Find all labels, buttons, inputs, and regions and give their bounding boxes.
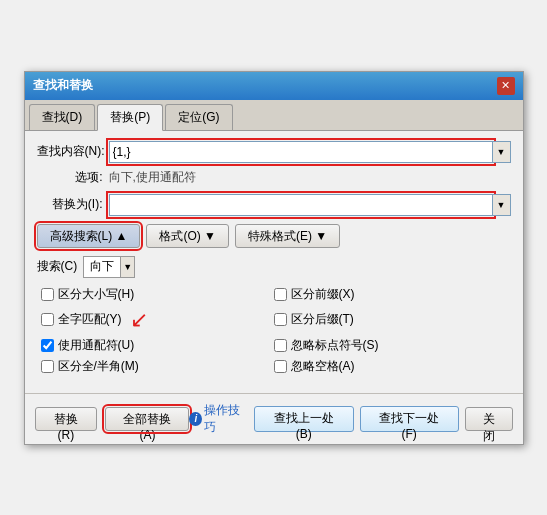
- search-label: 搜索(C): [37, 258, 78, 275]
- replace-button[interactable]: 替换(R): [35, 407, 98, 431]
- checkbox-case-input[interactable]: [41, 288, 54, 301]
- checkbox-prefix-input[interactable]: [274, 288, 287, 301]
- find-prev-button[interactable]: 查找上一处(B): [254, 406, 354, 432]
- options-row: 选项: 向下,使用通配符: [37, 169, 511, 186]
- format-button[interactable]: 格式(O) ▼: [146, 224, 229, 248]
- tips-link-text: 操作技巧: [204, 402, 248, 436]
- checkbox-suffix-label: 区分后缀(T): [291, 311, 354, 328]
- close-icon[interactable]: ✕: [497, 77, 515, 95]
- checkbox-wildcard-input[interactable]: [41, 339, 54, 352]
- special-format-button[interactable]: 特殊格式(E) ▼: [235, 224, 340, 248]
- checkbox-prefix-label: 区分前缀(X): [291, 286, 355, 303]
- checkbox-fullword-input[interactable]: [41, 313, 54, 326]
- checkbox-fullword-label: 全字匹配(Y): [58, 311, 122, 328]
- find-input-wrap: ▼: [109, 141, 511, 163]
- checkbox-suffix-input[interactable]: [274, 313, 287, 326]
- replace-label: 替换为(I):: [37, 196, 109, 213]
- close-dialog-button[interactable]: 关闭: [465, 407, 513, 431]
- replace-input-wrap: ▼: [109, 194, 511, 216]
- red-arrow-icon: ↙: [130, 307, 148, 333]
- tab-goto[interactable]: 定位(G): [165, 104, 232, 130]
- info-icon: i: [189, 412, 202, 426]
- advanced-search-button[interactable]: 高级搜索(L) ▲: [37, 224, 141, 248]
- checkbox-space-label: 忽略空格(A): [291, 358, 355, 375]
- find-dropdown-arrow[interactable]: ▼: [493, 141, 511, 163]
- checkbox-fullhalf: 区分全/半角(M): [41, 358, 274, 375]
- checkbox-case: 区分大小写(H): [41, 286, 274, 303]
- search-direction-arrow[interactable]: ▼: [120, 257, 134, 277]
- options-text: 向下,使用通配符: [109, 169, 196, 186]
- options-checkboxes: 区分大小写(H) 区分前缀(X) 全字匹配(Y) ↙ 区分后缀(T) 使用通配符…: [37, 286, 511, 375]
- find-next-button[interactable]: 查找下一处(F): [360, 406, 459, 432]
- dialog-title: 查找和替换: [33, 77, 93, 94]
- replace-all-button[interactable]: 全部替换(A): [105, 407, 189, 431]
- tab-find[interactable]: 查找(D): [29, 104, 96, 130]
- search-direction-dropdown[interactable]: 向下 ▼: [83, 256, 135, 278]
- checkbox-suffix: 区分后缀(T): [274, 307, 507, 333]
- bottom-right: i 操作技巧 查找上一处(B) 查找下一处(F) 关闭: [189, 402, 512, 436]
- replace-input[interactable]: [109, 194, 493, 216]
- tips-link[interactable]: i 操作技巧: [189, 402, 248, 436]
- checkbox-wildcard-label: 使用通配符(U): [58, 337, 135, 354]
- bottom-left: 替换(R) 全部替换(A): [35, 407, 190, 431]
- search-direction-row: 搜索(C) 向下 ▼: [37, 256, 511, 278]
- checkbox-space-input[interactable]: [274, 360, 287, 373]
- bottom-section: 替换(R) 全部替换(A) i 操作技巧 查找上一处(B) 查找下一处(F) 关…: [25, 393, 523, 444]
- tab-bar: 查找(D) 替换(P) 定位(G): [25, 100, 523, 131]
- checkbox-fullhalf-input[interactable]: [41, 360, 54, 373]
- find-row: 查找内容(N): ▼: [37, 141, 511, 163]
- checkbox-case-label: 区分大小写(H): [58, 286, 135, 303]
- checkbox-punct-input[interactable]: [274, 339, 287, 352]
- checkbox-prefix: 区分前缀(X): [274, 286, 507, 303]
- dialog-content: 查找内容(N): ▼ 选项: 向下,使用通配符 替换为(I): ▼ 高级搜索(L…: [25, 131, 523, 393]
- replace-row: 替换为(I): ▼: [37, 194, 511, 216]
- title-bar: 查找和替换 ✕: [25, 72, 523, 100]
- checkbox-punct-label: 忽略标点符号(S): [291, 337, 379, 354]
- checkbox-punct: 忽略标点符号(S): [274, 337, 507, 354]
- find-input[interactable]: [109, 141, 493, 163]
- find-replace-dialog: 查找和替换 ✕ 查找(D) 替换(P) 定位(G) 查找内容(N): ▼ 选项:…: [24, 71, 524, 445]
- action-buttons-row: 高级搜索(L) ▲ 格式(O) ▼ 特殊格式(E) ▼: [37, 224, 511, 248]
- find-label: 查找内容(N):: [37, 143, 109, 160]
- options-label: 选项:: [37, 169, 109, 186]
- tab-replace[interactable]: 替换(P): [97, 104, 163, 131]
- checkbox-space: 忽略空格(A): [274, 358, 507, 375]
- checkbox-fullhalf-label: 区分全/半角(M): [58, 358, 139, 375]
- checkbox-wildcard: 使用通配符(U): [41, 337, 274, 354]
- checkbox-fullword: 全字匹配(Y) ↙: [41, 307, 274, 333]
- replace-dropdown-arrow[interactable]: ▼: [493, 194, 511, 216]
